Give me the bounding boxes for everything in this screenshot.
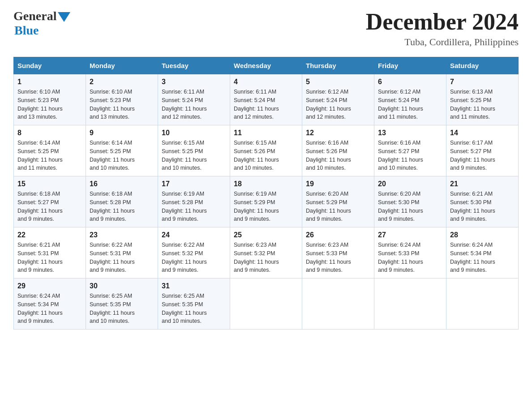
day-number: 2: [90, 78, 154, 86]
day-number: 23: [90, 231, 154, 239]
day-number: 7: [450, 78, 515, 86]
logo-triangle-icon: [58, 12, 70, 22]
day-number: 25: [234, 231, 298, 239]
day-number: 28: [450, 231, 515, 239]
location-title: Tuba, Cordillera, Philippines: [366, 36, 519, 48]
day-number: 27: [378, 231, 442, 239]
day-number: 26: [306, 231, 370, 239]
calendar-week-row: 1 Sunrise: 6:10 AMSunset: 5:23 PMDayligh…: [14, 74, 519, 125]
calendar-week-row: 22 Sunrise: 6:21 AMSunset: 5:31 PMDaylig…: [14, 227, 519, 278]
day-number: 17: [162, 180, 226, 188]
table-row: 24 Sunrise: 6:22 AMSunset: 5:32 PMDaylig…: [158, 227, 230, 278]
table-row: 20 Sunrise: 6:20 AMSunset: 5:30 PMDaylig…: [374, 176, 446, 227]
day-info: Sunrise: 6:24 AMSunset: 5:34 PMDaylight:…: [450, 241, 515, 274]
day-number: 30: [90, 282, 154, 290]
table-row: 27 Sunrise: 6:24 AMSunset: 5:33 PMDaylig…: [374, 227, 446, 278]
day-info: Sunrise: 6:25 AMSunset: 5:35 PMDaylight:…: [90, 292, 154, 325]
day-number: 13: [378, 129, 442, 137]
day-number: 14: [450, 129, 515, 137]
day-number: 19: [306, 180, 370, 188]
table-row: 4 Sunrise: 6:11 AMSunset: 5:24 PMDayligh…: [230, 74, 302, 125]
day-info: Sunrise: 6:19 AMSunset: 5:28 PMDaylight:…: [162, 190, 226, 223]
day-info: Sunrise: 6:12 AMSunset: 5:24 PMDaylight:…: [378, 88, 442, 121]
day-number: 3: [162, 78, 226, 86]
day-info: Sunrise: 6:18 AMSunset: 5:27 PMDaylight:…: [17, 190, 82, 223]
table-row: 3 Sunrise: 6:11 AMSunset: 5:24 PMDayligh…: [158, 74, 230, 125]
table-row: 18 Sunrise: 6:19 AMSunset: 5:29 PMDaylig…: [230, 176, 302, 227]
header-friday: Friday: [374, 57, 446, 74]
day-number: 22: [17, 231, 82, 239]
day-number: 21: [450, 180, 515, 188]
day-number: 31: [162, 282, 226, 290]
table-row: 19 Sunrise: 6:20 AMSunset: 5:29 PMDaylig…: [302, 176, 374, 227]
table-row: 5 Sunrise: 6:12 AMSunset: 5:24 PMDayligh…: [302, 74, 374, 125]
day-info: Sunrise: 6:11 AMSunset: 5:24 PMDaylight:…: [162, 88, 226, 121]
header-tuesday: Tuesday: [158, 57, 230, 74]
day-info: Sunrise: 6:15 AMSunset: 5:26 PMDaylight:…: [234, 139, 298, 172]
table-row: 17 Sunrise: 6:19 AMSunset: 5:28 PMDaylig…: [158, 176, 230, 227]
day-number: 4: [234, 78, 298, 86]
table-row: 6 Sunrise: 6:12 AMSunset: 5:24 PMDayligh…: [374, 74, 446, 125]
day-info: Sunrise: 6:22 AMSunset: 5:31 PMDaylight:…: [90, 241, 154, 274]
day-number: 10: [162, 129, 226, 137]
calendar-week-row: 8 Sunrise: 6:14 AMSunset: 5:25 PMDayligh…: [14, 125, 519, 176]
day-info: Sunrise: 6:19 AMSunset: 5:29 PMDaylight:…: [234, 190, 298, 223]
day-number: 12: [306, 129, 370, 137]
table-row: 13 Sunrise: 6:16 AMSunset: 5:27 PMDaylig…: [374, 125, 446, 176]
day-number: 24: [162, 231, 226, 239]
table-row: 10 Sunrise: 6:15 AMSunset: 5:25 PMDaylig…: [158, 125, 230, 176]
day-info: Sunrise: 6:21 AMSunset: 5:31 PMDaylight:…: [17, 241, 82, 274]
header-saturday: Saturday: [446, 57, 519, 74]
day-number: 16: [90, 180, 154, 188]
logo: General Blue: [13, 9, 70, 38]
table-row: [230, 278, 302, 330]
header-wednesday: Wednesday: [230, 57, 302, 74]
page-header: General Blue December 2024 Tuba, Cordill…: [13, 9, 519, 48]
calendar-table: Sunday Monday Tuesday Wednesday Thursday…: [13, 57, 519, 330]
table-row: 1 Sunrise: 6:10 AMSunset: 5:23 PMDayligh…: [14, 74, 86, 125]
table-row: [446, 278, 519, 330]
table-row: 23 Sunrise: 6:22 AMSunset: 5:31 PMDaylig…: [86, 227, 158, 278]
table-row: 12 Sunrise: 6:16 AMSunset: 5:26 PMDaylig…: [302, 125, 374, 176]
day-info: Sunrise: 6:24 AMSunset: 5:34 PMDaylight:…: [17, 292, 82, 325]
table-row: 26 Sunrise: 6:23 AMSunset: 5:33 PMDaylig…: [302, 227, 374, 278]
day-info: Sunrise: 6:16 AMSunset: 5:26 PMDaylight:…: [306, 139, 370, 172]
day-info: Sunrise: 6:18 AMSunset: 5:28 PMDaylight:…: [90, 190, 154, 223]
calendar-week-row: 29 Sunrise: 6:24 AMSunset: 5:34 PMDaylig…: [14, 278, 519, 330]
day-info: Sunrise: 6:14 AMSunset: 5:25 PMDaylight:…: [17, 139, 82, 172]
day-number: 9: [90, 129, 154, 137]
day-info: Sunrise: 6:21 AMSunset: 5:30 PMDaylight:…: [450, 190, 515, 223]
title-block: December 2024 Tuba, Cordillera, Philippi…: [366, 9, 519, 48]
month-year-title: December 2024: [366, 9, 519, 34]
day-number: 6: [378, 78, 442, 86]
table-row: 15 Sunrise: 6:18 AMSunset: 5:27 PMDaylig…: [14, 176, 86, 227]
day-number: 8: [17, 129, 82, 137]
table-row: 22 Sunrise: 6:21 AMSunset: 5:31 PMDaylig…: [14, 227, 86, 278]
day-number: 29: [17, 282, 82, 290]
table-row: 25 Sunrise: 6:23 AMSunset: 5:32 PMDaylig…: [230, 227, 302, 278]
day-number: 20: [378, 180, 442, 188]
day-info: Sunrise: 6:23 AMSunset: 5:33 PMDaylight:…: [306, 241, 370, 274]
table-row: [374, 278, 446, 330]
day-info: Sunrise: 6:20 AMSunset: 5:29 PMDaylight:…: [306, 190, 370, 223]
table-row: 7 Sunrise: 6:13 AMSunset: 5:25 PMDayligh…: [446, 74, 519, 125]
table-row: 9 Sunrise: 6:14 AMSunset: 5:25 PMDayligh…: [86, 125, 158, 176]
day-info: Sunrise: 6:12 AMSunset: 5:24 PMDaylight:…: [306, 88, 370, 121]
day-number: 5: [306, 78, 370, 86]
day-info: Sunrise: 6:23 AMSunset: 5:32 PMDaylight:…: [234, 241, 298, 274]
day-info: Sunrise: 6:16 AMSunset: 5:27 PMDaylight:…: [378, 139, 442, 172]
day-info: Sunrise: 6:15 AMSunset: 5:25 PMDaylight:…: [162, 139, 226, 172]
table-row: 8 Sunrise: 6:14 AMSunset: 5:25 PMDayligh…: [14, 125, 86, 176]
day-info: Sunrise: 6:10 AMSunset: 5:23 PMDaylight:…: [90, 88, 154, 121]
day-info: Sunrise: 6:13 AMSunset: 5:25 PMDaylight:…: [450, 88, 515, 121]
table-row: 28 Sunrise: 6:24 AMSunset: 5:34 PMDaylig…: [446, 227, 519, 278]
day-number: 1: [17, 78, 82, 86]
header-monday: Monday: [86, 57, 158, 74]
day-info: Sunrise: 6:20 AMSunset: 5:30 PMDaylight:…: [378, 190, 442, 223]
day-number: 15: [17, 180, 82, 188]
header-sunday: Sunday: [14, 57, 86, 74]
day-info: Sunrise: 6:14 AMSunset: 5:25 PMDaylight:…: [90, 139, 154, 172]
table-row: [302, 278, 374, 330]
day-number: 18: [234, 180, 298, 188]
table-row: 11 Sunrise: 6:15 AMSunset: 5:26 PMDaylig…: [230, 125, 302, 176]
